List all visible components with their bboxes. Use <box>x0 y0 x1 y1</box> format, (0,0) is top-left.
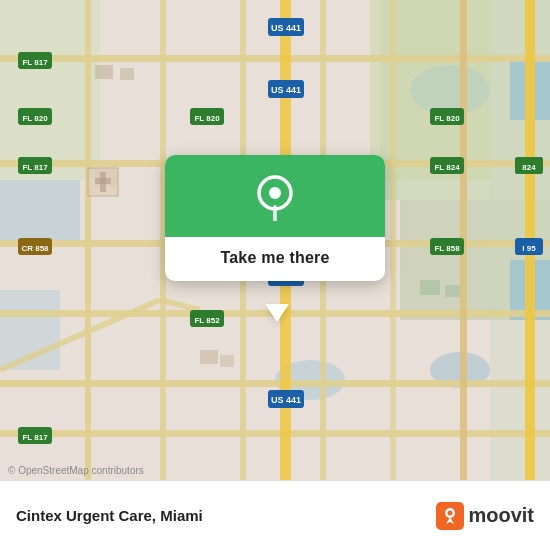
svg-text:US 441: US 441 <box>271 395 301 405</box>
svg-rect-71 <box>200 350 218 364</box>
svg-rect-17 <box>0 380 550 387</box>
svg-rect-73 <box>420 280 440 295</box>
svg-rect-72 <box>220 355 234 367</box>
place-info: Cintex Urgent Care, Miami <box>16 507 203 524</box>
svg-text:FL 820: FL 820 <box>22 114 48 123</box>
svg-rect-13 <box>0 55 550 62</box>
svg-rect-74 <box>445 285 460 297</box>
location-popup: Take me there <box>165 155 385 281</box>
svg-point-82 <box>448 510 453 515</box>
bottom-bar: Cintex Urgent Care, Miami moovit <box>0 480 550 550</box>
moovit-logo: moovit <box>436 502 534 530</box>
take-me-there-button[interactable]: Take me there <box>220 249 329 267</box>
svg-rect-68 <box>120 68 134 80</box>
svg-rect-18 <box>0 430 550 437</box>
svg-text:824: 824 <box>522 163 536 172</box>
svg-text:FL 817: FL 817 <box>22 163 48 172</box>
svg-rect-9 <box>0 180 80 240</box>
svg-text:FL 820: FL 820 <box>194 114 220 123</box>
svg-text:FL 817: FL 817 <box>22 433 48 442</box>
svg-rect-19 <box>85 0 91 480</box>
svg-text:FL 852: FL 852 <box>194 316 220 325</box>
svg-rect-8 <box>370 0 490 180</box>
moovit-icon <box>436 502 464 530</box>
map-view[interactable]: US 441 US 441 US 441 US 441 FL 817 FL 81… <box>0 0 550 480</box>
popup-green-header <box>165 155 385 237</box>
svg-point-79 <box>269 187 281 199</box>
moovit-text: moovit <box>468 504 534 527</box>
popup-tail <box>265 304 289 322</box>
svg-text:FL 824: FL 824 <box>434 163 460 172</box>
svg-rect-23 <box>390 0 396 480</box>
location-pin-icon <box>251 173 299 221</box>
svg-text:FL 817: FL 817 <box>22 58 48 67</box>
svg-text:US 441: US 441 <box>271 23 301 33</box>
svg-text:I 95: I 95 <box>522 244 536 253</box>
osm-credit: © OpenStreetMap contributors <box>8 465 144 476</box>
svg-text:FL 858: FL 858 <box>434 244 460 253</box>
place-name: Cintex Urgent Care, Miami <box>16 507 203 524</box>
svg-rect-77 <box>95 178 111 184</box>
svg-text:US 441: US 441 <box>271 85 301 95</box>
svg-rect-67 <box>95 65 113 79</box>
svg-text:CR 858: CR 858 <box>21 244 49 253</box>
svg-text:FL 820: FL 820 <box>434 114 460 123</box>
